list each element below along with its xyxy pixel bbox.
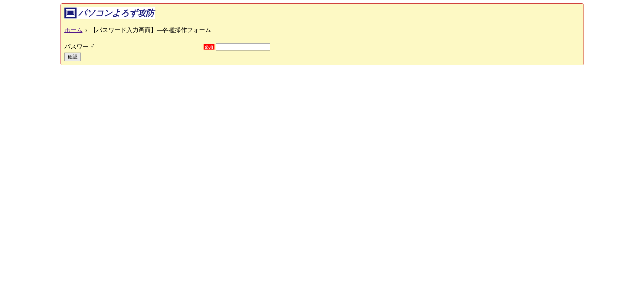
required-badge: 必須	[204, 44, 214, 50]
breadcrumb: ホーム › 【パスワード入力画面】―各種操作フォーム	[64, 26, 580, 34]
breadcrumb-home-link[interactable]: ホーム	[64, 27, 83, 33]
password-label: パスワード	[64, 43, 204, 51]
confirm-button[interactable]: 確認	[64, 53, 81, 61]
main-panel: パソコンよろず攻防 ホーム › 【パスワード入力画面】―各種操作フォーム パスワ…	[60, 3, 584, 65]
logo-text: パソコンよろず攻防	[78, 7, 154, 19]
computer-icon	[64, 8, 77, 18]
breadcrumb-separator: ›	[85, 27, 87, 33]
breadcrumb-current: 【パスワード入力画面】―各種操作フォーム	[90, 27, 211, 33]
logo-bar: パソコンよろず攻防	[64, 7, 155, 19]
password-row: パスワード 必須	[64, 43, 580, 51]
password-input[interactable]	[216, 43, 270, 50]
